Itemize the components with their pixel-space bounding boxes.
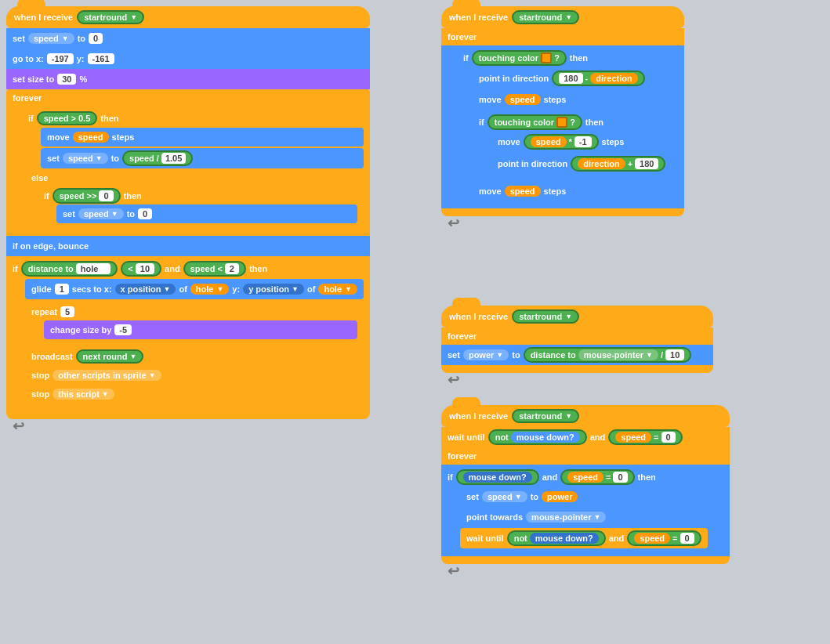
- startround-pill[interactable]: startround ▼: [77, 10, 144, 24]
- wait-until2-block[interactable]: wait until not mouse down? and speed = 0: [460, 528, 708, 548]
- bounce-block[interactable]: if on edge, bounce: [6, 236, 370, 256]
- forever-block[interactable]: forever: [6, 89, 370, 107]
- move-speed2-block[interactable]: move speed steps: [473, 90, 678, 109]
- script1: when I receive startround ▼ set speed▼ t…: [6, 6, 370, 433]
- forever-block-2[interactable]: forever: [441, 28, 684, 45]
- else-block: else: [28, 170, 364, 186]
- hat-block-1[interactable]: when I receive startround ▼: [6, 6, 370, 28]
- hat-block-3[interactable]: when I receive startround ▼: [441, 306, 713, 327]
- set-speed-0-block[interactable]: set speed▼ to 0: [56, 204, 357, 223]
- set-power-block[interactable]: set power▼ to distance to mouse-pointer▼…: [441, 345, 713, 365]
- goto-block[interactable]: go to x: -197 y: -161: [6, 49, 370, 69]
- hat-block-4[interactable]: when I receive startround ▼: [441, 405, 730, 427]
- point-towards-block[interactable]: point towards mouse-pointer▼: [460, 508, 708, 526]
- set-speed-power-block[interactable]: set speed▼ to power: [460, 487, 708, 506]
- point-dir2-block[interactable]: point in direction direction + 180: [491, 154, 672, 174]
- move-speed3-block[interactable]: move speed steps: [473, 182, 678, 201]
- hat-block-2[interactable]: when I receive startround ▼: [441, 6, 684, 28]
- stop-this-block[interactable]: stop this script▼: [25, 385, 364, 403]
- if-speed2-block[interactable]: if speed >> 0 then set speed▼ to 0: [38, 186, 364, 230]
- set-speed-div-block[interactable]: set speed▼ to speed / 1.05: [41, 148, 364, 168]
- stop-other-block[interactable]: stop other scripts in sprite▼: [25, 366, 364, 385]
- if-speed-block[interactable]: if speed > 0.5 then move speed steps set…: [6, 107, 370, 236]
- if-mouse-block[interactable]: if mouse down? and speed = 0 then set sp…: [441, 465, 730, 556]
- if-touch2-block[interactable]: if touching color ? then move speed * -1…: [473, 110, 678, 180]
- wait-until-block[interactable]: wait until not mouse down? and speed = 0: [441, 427, 730, 447]
- glide-block[interactable]: glide 1 secs to x: x position▼ of hole▼ …: [25, 279, 364, 299]
- when-text: when I receive: [14, 13, 73, 22]
- move-speed-neg-block[interactable]: move speed * -1 steps: [491, 132, 672, 152]
- if-touch-color-block[interactable]: if touching color ? then point in direct…: [441, 45, 684, 208]
- if-distance-block[interactable]: if distance to hole▼ < 10 and speed < 2 …: [6, 256, 370, 411]
- startround-pill-2[interactable]: startround ▼: [512, 10, 579, 24]
- changesize-block[interactable]: change size by -5: [44, 320, 357, 339]
- repeat-block[interactable]: repeat 5 change size by -5: [25, 301, 364, 347]
- script4: when I receive startround ▼ wait until n…: [441, 405, 730, 578]
- setsize-block[interactable]: set size to 30 %: [6, 69, 370, 89]
- move-speed-block[interactable]: move speed steps: [41, 128, 364, 147]
- startround-pill-4[interactable]: startround ▼: [512, 409, 579, 423]
- point-dir-block[interactable]: point in direction 180 - direction: [473, 68, 678, 89]
- forever-block-4[interactable]: forever: [441, 447, 730, 465]
- set-speed-block[interactable]: set speed▼ to 0: [6, 28, 370, 49]
- script2: when I receive startround ▼ forever if t…: [441, 6, 684, 230]
- startround-pill-3[interactable]: startround ▼: [512, 309, 579, 324]
- broadcast-block[interactable]: broadcast next round▼: [25, 347, 364, 366]
- forever-block-3[interactable]: forever: [441, 327, 713, 345]
- script3: when I receive startround ▼ forever set …: [441, 306, 713, 387]
